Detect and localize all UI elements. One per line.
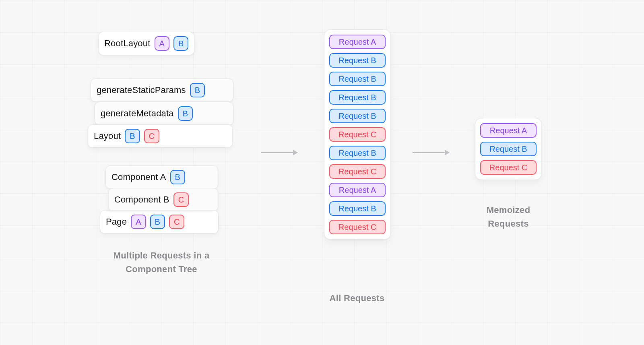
caption-right-line1: Memoized [487,205,530,215]
label-gsp: generateStaticParams [97,85,186,95]
caption-left-line2: Component Tree [126,264,197,274]
card-layout: Layout B C [88,124,233,148]
caption-left: Multiple Requests in a Component Tree [99,249,224,276]
caption-right: Memoized Requests [478,203,539,231]
card-root-layout: RootLayout A B [98,32,194,55]
panel-all-requests: Request A Request B Request B Request B … [324,29,391,240]
caption-center: All Requests [323,291,391,305]
pill-B: B [178,106,193,121]
pill-A: A [155,36,169,51]
label-comp-a: Component A [111,172,166,182]
request-pill: Request C [329,220,386,234]
pill-A: A [131,215,146,229]
label-root-layout: RootLayout [104,38,151,49]
request-pill: Request B [329,201,386,216]
card-page: Page A B C [100,210,219,233]
pill-C: C [173,192,189,207]
label-gm: generateMetadata [101,108,174,119]
label-layout: Layout [94,131,121,141]
label-comp-b: Component B [114,194,169,205]
request-pill: Request A [329,35,386,49]
pill-B: B [125,129,140,143]
card-component-a: Component A B [105,165,218,189]
request-pill: Request C [329,164,386,179]
caption-right-line2: Requests [488,219,528,229]
request-pill: Request B [329,53,386,68]
caption-center-text: All Requests [330,293,385,303]
arrow-icon [413,152,449,153]
card-component-b: Component B C [108,188,218,211]
request-pill: Request B [329,146,386,160]
request-pill: Request B [329,109,386,123]
pill-C: C [169,215,184,229]
panel-memoized-requests: Request A Request B Request C [475,118,542,180]
request-pill: Request A [329,183,386,197]
card-generate-metadata: generateMetadata B [95,102,233,125]
request-pill: Request C [480,160,537,175]
request-pill: Request B [329,72,386,86]
pill-C: C [144,129,159,143]
pill-B: B [173,36,188,51]
pill-B: B [190,83,205,97]
pill-B: B [170,170,185,184]
card-generate-static-params: generateStaticParams B [91,79,233,102]
label-page: Page [106,217,127,227]
request-pill: Request B [329,90,386,105]
request-pill: Request C [329,127,386,142]
request-pill: Request A [480,123,537,138]
pill-B: B [150,215,165,229]
arrow-icon [261,152,297,153]
request-pill: Request B [480,142,537,156]
caption-left-line1: Multiple Requests in a [114,250,210,260]
